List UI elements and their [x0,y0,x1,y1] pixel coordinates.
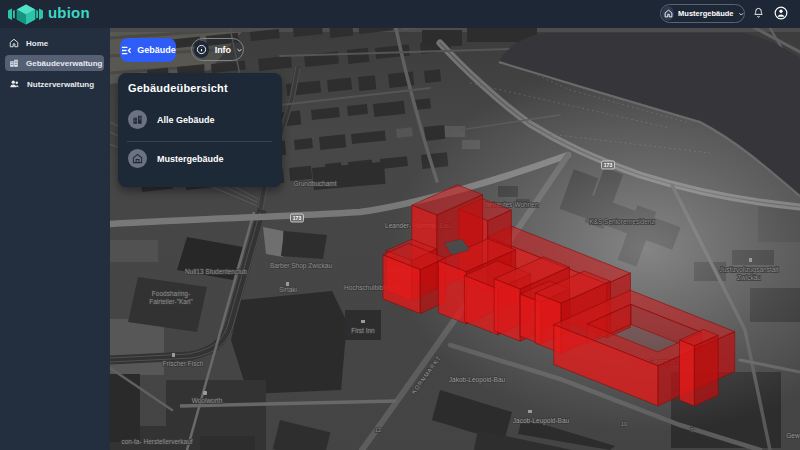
svg-text:173: 173 [293,215,302,221]
svg-text:Barber Shop Zwickau: Barber Shop Zwickau [270,262,333,270]
svg-text:con-ta- Herstellerverkauf: con-ta- Herstellerverkauf [121,438,192,445]
svg-text:Frischer Fisch: Frischer Fisch [163,360,204,367]
svg-text:12: 12 [375,427,382,433]
svg-text:Justizvollzugsanstalt: Justizvollzugsanstalt [719,266,778,274]
svg-text:Jakob-Leopold-Bau: Jakob-Leopold-Bau [449,376,506,384]
svg-text:First Inn: First Inn [351,327,375,334]
svg-text:Gew: Gew [786,432,800,439]
svg-text:Sirtaki: Sirtaki [279,286,297,293]
svg-text:Foodsharing-: Foodsharing- [152,290,190,298]
svg-text:Zwickau: Zwickau [737,274,761,281]
svg-text:Null13 Studentenclub: Null13 Studentenclub [185,268,247,275]
svg-text:Jacob-Leupold-Bau: Jacob-Leupold-Bau [513,417,570,425]
svg-text:173: 173 [604,162,613,168]
svg-text:Woolworth: Woolworth [192,397,223,404]
svg-text:Fairteiler-"Karl": Fairteiler-"Karl" [149,298,193,305]
svg-text:Grundbuchamt: Grundbuchamt [294,180,337,187]
svg-text:10: 10 [621,421,628,427]
svg-text:K&S Seniorenresidenz: K&S Seniorenresidenz [589,218,654,225]
